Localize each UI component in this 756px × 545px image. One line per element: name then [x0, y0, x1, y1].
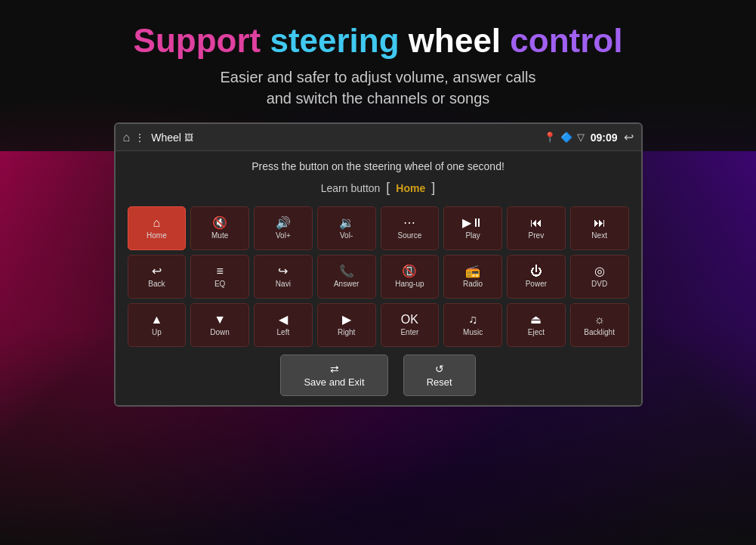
- ok-icon: OK: [401, 314, 418, 326]
- prev-label: Prev: [529, 231, 545, 240]
- title-support: Support: [134, 22, 261, 59]
- header-area: Support steering wheel control Easier an…: [0, 0, 756, 109]
- ctrl-btn-navi[interactable]: ↪Navi: [254, 255, 313, 299]
- vol_minus-icon: 🔉: [339, 217, 354, 229]
- back-icon: ↩: [152, 265, 162, 277]
- action-btn-reset[interactable]: ↺Reset: [403, 355, 476, 396]
- hangup-icon: 📵: [402, 265, 417, 277]
- button-grid: ⌂Home🔇Mute🔊Vol+🔉Vol-⋯Source▶⏸Play⏮Prev⏭N…: [128, 206, 629, 347]
- ctrl-btn-hangup[interactable]: 📵Hang-up: [381, 255, 440, 299]
- subtitle-line2: and switch the channels or songs: [0, 88, 756, 109]
- subtitle: Easier and safer to adjust volume, answe…: [0, 67, 756, 109]
- title-steering: steering: [261, 22, 399, 59]
- ctrl-btn-up[interactable]: ▲Up: [128, 303, 187, 347]
- main-content: Press the button on the steering wheel o…: [116, 151, 641, 405]
- eq-icon: ≡: [216, 265, 223, 277]
- back-nav-icon: ↩: [624, 130, 634, 144]
- backlight-icon: ☼: [594, 314, 605, 326]
- action-row: ⇄Save and Exit↺Reset: [128, 355, 629, 396]
- mute-label: Mute: [211, 231, 228, 240]
- source-label: Source: [398, 231, 422, 240]
- right-icon: ▶: [342, 314, 351, 326]
- ctrl-btn-back[interactable]: ↩Back: [128, 255, 187, 299]
- vol_plus-label: Vol+: [276, 231, 291, 240]
- save_exit-icon: ⇄: [330, 363, 339, 375]
- reset-label: Reset: [427, 376, 452, 388]
- ctrl-btn-vol_minus[interactable]: 🔉Vol-: [317, 206, 376, 250]
- subtitle-line1: Easier and safer to adjust volume, answe…: [0, 67, 756, 88]
- ctrl-btn-answer[interactable]: 📞Answer: [317, 255, 376, 299]
- up-icon: ▲: [150, 314, 162, 326]
- eject-icon: ⏏: [530, 314, 542, 326]
- reset-icon: ↺: [435, 363, 444, 375]
- ctrl-btn-left[interactable]: ◀Left: [254, 303, 313, 347]
- instruction-text: Press the button on the steering wheel o…: [128, 160, 629, 172]
- ctrl-btn-backlight[interactable]: ☼Backlight: [570, 303, 629, 347]
- panel-wrapper: ⌂ ⋮ Wheel 🖼 📍 🔷 ▽ 09:09 ↩ Press the butt…: [0, 122, 756, 407]
- down-icon: ▼: [214, 314, 226, 326]
- vol_minus-label: Vol-: [340, 231, 353, 240]
- ctrl-btn-prev[interactable]: ⏮Prev: [507, 206, 566, 250]
- ctrl-btn-ok[interactable]: OKEnter: [381, 303, 440, 347]
- music-icon: ♫: [468, 314, 477, 326]
- left-label: Left: [277, 328, 290, 336]
- back-label: Back: [148, 280, 165, 288]
- ctrl-btn-play[interactable]: ▶⏸Play: [443, 206, 502, 250]
- eq-label: EQ: [214, 280, 225, 288]
- dvd-label: DVD: [591, 280, 607, 288]
- status-wheel-label: Wheel: [151, 132, 181, 144]
- ctrl-btn-mute[interactable]: 🔇Mute: [190, 206, 249, 250]
- vol_plus-icon: 🔊: [276, 217, 291, 229]
- title-wheel: wheel: [400, 22, 501, 59]
- dvd-icon: ◎: [594, 265, 605, 277]
- music-label: Music: [463, 328, 483, 336]
- ctrl-btn-right[interactable]: ▶Right: [317, 303, 376, 347]
- up-label: Up: [152, 328, 162, 336]
- ctrl-btn-home[interactable]: ⌂Home: [128, 206, 187, 250]
- ctrl-btn-dvd[interactable]: ◎DVD: [570, 255, 629, 299]
- mute-icon: 🔇: [212, 217, 227, 229]
- navi-label: Navi: [276, 280, 291, 288]
- next-label: Next: [591, 231, 607, 240]
- signal-icon: ▽: [577, 132, 585, 143]
- bluetooth-icon: 🔷: [560, 132, 572, 143]
- ctrl-btn-eq[interactable]: ≡EQ: [190, 255, 249, 299]
- save_exit-label: Save and Exit: [304, 376, 364, 388]
- hangup-label: Hang-up: [395, 280, 424, 288]
- ui-panel: ⌂ ⋮ Wheel 🖼 📍 🔷 ▽ 09:09 ↩ Press the butt…: [114, 122, 643, 407]
- home-label: Home: [147, 231, 167, 240]
- ctrl-btn-down[interactable]: ▼Down: [190, 303, 249, 347]
- ctrl-btn-eject[interactable]: ⏏Eject: [507, 303, 566, 347]
- ctrl-btn-next[interactable]: ⏭Next: [570, 206, 629, 250]
- learn-bracket-close: ]: [431, 180, 435, 196]
- status-time: 09:09: [591, 132, 618, 144]
- power-label: Power: [526, 280, 547, 288]
- status-icons: 📍 🔷 ▽: [544, 132, 585, 143]
- radio-label: Radio: [463, 280, 483, 288]
- source-icon: ⋯: [403, 217, 415, 229]
- backlight-label: Backlight: [584, 328, 615, 336]
- play-label: Play: [465, 231, 480, 240]
- ctrl-btn-vol_plus[interactable]: 🔊Vol+: [254, 206, 313, 250]
- learn-row: Learn button [ Home ]: [128, 180, 629, 196]
- title-control: control: [501, 22, 622, 59]
- learn-bracket-open: [: [386, 180, 390, 196]
- menu-dots-icon: ⋮: [134, 132, 145, 144]
- status-wheel-icon: 🖼: [184, 132, 193, 143]
- answer-label: Answer: [334, 280, 359, 288]
- ctrl-btn-source[interactable]: ⋯Source: [381, 206, 440, 250]
- ctrl-btn-music[interactable]: ♫Music: [443, 303, 502, 347]
- answer-icon: 📞: [339, 265, 354, 277]
- eject-label: Eject: [528, 328, 545, 336]
- next-icon: ⏭: [594, 217, 606, 229]
- action-btn-save_exit[interactable]: ⇄Save and Exit: [280, 355, 387, 396]
- home-status-icon: ⌂: [123, 131, 131, 144]
- left-icon: ◀: [279, 314, 288, 326]
- home-icon: ⌂: [153, 217, 161, 229]
- down-label: Down: [210, 328, 230, 336]
- learn-label: Learn button: [321, 182, 381, 194]
- ctrl-btn-power[interactable]: ⏻Power: [507, 255, 566, 299]
- prev-icon: ⏮: [530, 217, 542, 229]
- ctrl-btn-radio[interactable]: 📻Radio: [443, 255, 502, 299]
- main-title: Support steering wheel control: [0, 23, 756, 59]
